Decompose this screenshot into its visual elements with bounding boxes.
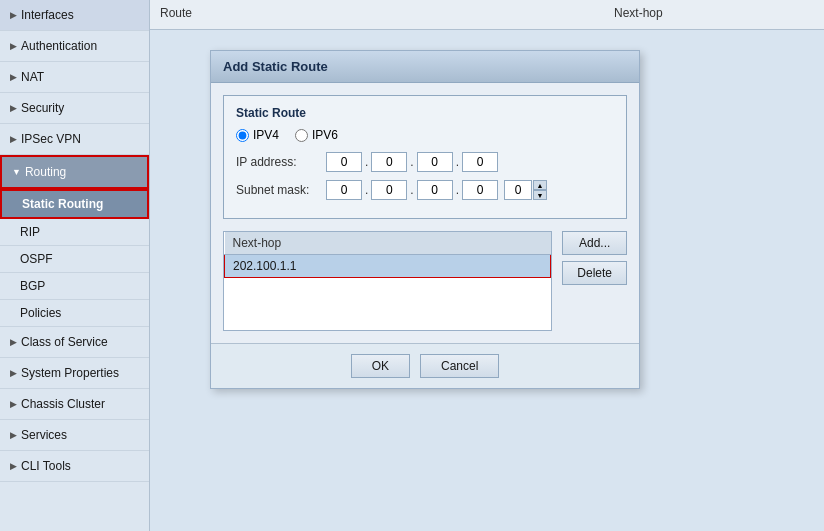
nexthop-column-header: Next-hop <box>225 232 551 255</box>
sidebar-item-cli-tools[interactable]: ▶CLI Tools <box>0 451 149 482</box>
subnet-octet-1[interactable] <box>326 180 362 200</box>
ip-dot-3: . <box>455 155 460 169</box>
dialog-title: Add Static Route <box>211 51 639 83</box>
subnet-cidr-input[interactable] <box>504 180 532 200</box>
sidebar-item-bgp[interactable]: BGP <box>0 273 149 300</box>
sidebar-label-chassis-cluster: Chassis Cluster <box>21 397 105 411</box>
static-route-group: Static Route IPV4 IPV6 <box>223 95 627 219</box>
arrow-icon-nat: ▶ <box>10 72 17 82</box>
dialog-footer: OK Cancel <box>211 343 639 388</box>
dialog-body: Static Route IPV4 IPV6 <box>211 83 639 343</box>
sidebar-label-ipsec-vpn: IPSec VPN <box>21 132 81 146</box>
sidebar-item-authentication[interactable]: ▶Authentication <box>0 31 149 62</box>
subnet-spinner: ▲ ▼ <box>533 180 547 200</box>
cancel-button[interactable]: Cancel <box>420 354 499 378</box>
subnet-octet-4[interactable] <box>462 180 498 200</box>
ip-dot-1: . <box>364 155 369 169</box>
delete-button[interactable]: Delete <box>562 261 627 285</box>
sidebar-label-security: Security <box>21 101 64 115</box>
ip-address-row: IP address: . . . <box>236 152 614 172</box>
arrow-icon-system-properties: ▶ <box>10 368 17 378</box>
ip-version-radio-row: IPV4 IPV6 <box>236 128 614 142</box>
column-route: Route <box>160 6 614 23</box>
sidebar-item-ospf[interactable]: OSPF <box>0 246 149 273</box>
ip-octet-4[interactable] <box>462 152 498 172</box>
sidebar-item-ipsec-vpn[interactable]: ▶IPSec VPN <box>0 124 149 155</box>
group-title: Static Route <box>236 106 614 120</box>
sidebar-item-security[interactable]: ▶Security <box>0 93 149 124</box>
sidebar: ▶Interfaces▶Authentication▶NAT▶Security▶… <box>0 0 150 531</box>
sidebar-item-interfaces[interactable]: ▶Interfaces <box>0 0 149 31</box>
nexthop-table-container: Next-hop 202.100.1.1 <box>223 231 552 331</box>
subnet-dot-2: . <box>409 183 414 197</box>
sidebar-label-routing: Routing <box>25 165 66 179</box>
ipv6-label: IPV6 <box>312 128 338 142</box>
sidebar-label-authentication: Authentication <box>21 39 97 53</box>
subnet-spinner-down[interactable]: ▼ <box>533 190 547 200</box>
sidebar-item-services[interactable]: ▶Services <box>0 420 149 451</box>
sidebar-label-cli-tools: CLI Tools <box>21 459 71 473</box>
column-nexthop: Next-hop <box>614 6 814 23</box>
ip-address-label: IP address: <box>236 155 326 169</box>
arrow-icon-ipsec-vpn: ▶ <box>10 134 17 144</box>
sidebar-label-system-properties: System Properties <box>21 366 119 380</box>
ipv6-radio-label[interactable]: IPV6 <box>295 128 338 142</box>
subnet-octet-2[interactable] <box>371 180 407 200</box>
sidebar-item-class-of-service[interactable]: ▶Class of Service <box>0 327 149 358</box>
sidebar-item-routing[interactable]: ▼Routing <box>0 155 149 189</box>
sidebar-label-services: Services <box>21 428 67 442</box>
arrow-icon-cli-tools: ▶ <box>10 461 17 471</box>
ok-button[interactable]: OK <box>351 354 410 378</box>
ipv4-radio-label[interactable]: IPV4 <box>236 128 279 142</box>
nexthop-table: Next-hop 202.100.1.1 <box>224 232 551 278</box>
arrow-icon-services: ▶ <box>10 430 17 440</box>
subnet-dot-3: . <box>455 183 460 197</box>
ipv6-radio[interactable] <box>295 129 308 142</box>
subnet-mask-fields: . . . ▲ ▼ <box>326 180 547 200</box>
ip-address-fields: . . . <box>326 152 498 172</box>
add-button[interactable]: Add... <box>562 231 627 255</box>
sidebar-item-system-properties[interactable]: ▶System Properties <box>0 358 149 389</box>
ip-octet-3[interactable] <box>417 152 453 172</box>
ip-octet-2[interactable] <box>371 152 407 172</box>
sidebar-item-static-routing[interactable]: Static Routing <box>0 189 149 219</box>
sidebar-label-class-of-service: Class of Service <box>21 335 108 349</box>
arrow-icon-authentication: ▶ <box>10 41 17 51</box>
table-header: Route Next-hop <box>150 0 824 30</box>
subnet-spinner-up[interactable]: ▲ <box>533 180 547 190</box>
nexthop-section: Next-hop 202.100.1.1 Add... <box>223 231 627 331</box>
sidebar-item-rip[interactable]: RIP <box>0 219 149 246</box>
arrow-icon-security: ▶ <box>10 103 17 113</box>
ipv4-label: IPV4 <box>253 128 279 142</box>
sidebar-item-policies[interactable]: Policies <box>0 300 149 327</box>
add-static-route-dialog: Add Static Route Static Route IPV4 IPV6 <box>210 50 640 389</box>
nexthop-value: 202.100.1.1 <box>225 255 551 278</box>
subnet-suffix-container: ▲ ▼ <box>504 180 547 200</box>
ip-dot-2: . <box>409 155 414 169</box>
subnet-octet-3[interactable] <box>417 180 453 200</box>
arrow-icon-routing: ▼ <box>12 167 21 177</box>
ipv4-radio[interactable] <box>236 129 249 142</box>
sidebar-item-chassis-cluster[interactable]: ▶Chassis Cluster <box>0 389 149 420</box>
sidebar-label-nat: NAT <box>21 70 44 84</box>
arrow-icon-class-of-service: ▶ <box>10 337 17 347</box>
main-content: Route Next-hop Add Static Route Static R… <box>150 0 824 531</box>
arrow-icon-chassis-cluster: ▶ <box>10 399 17 409</box>
arrow-icon-interfaces: ▶ <box>10 10 17 20</box>
subnet-dot-1: . <box>364 183 369 197</box>
content-area: Add Static Route Static Route IPV4 IPV6 <box>150 30 824 531</box>
subnet-mask-row: Subnet mask: . . . <box>236 180 614 200</box>
sidebar-item-nat[interactable]: ▶NAT <box>0 62 149 93</box>
sidebar-label-interfaces: Interfaces <box>21 8 74 22</box>
nexthop-buttons: Add... Delete <box>562 231 627 285</box>
ip-octet-1[interactable] <box>326 152 362 172</box>
nexthop-row[interactable]: 202.100.1.1 <box>225 255 551 278</box>
subnet-mask-label: Subnet mask: <box>236 183 326 197</box>
